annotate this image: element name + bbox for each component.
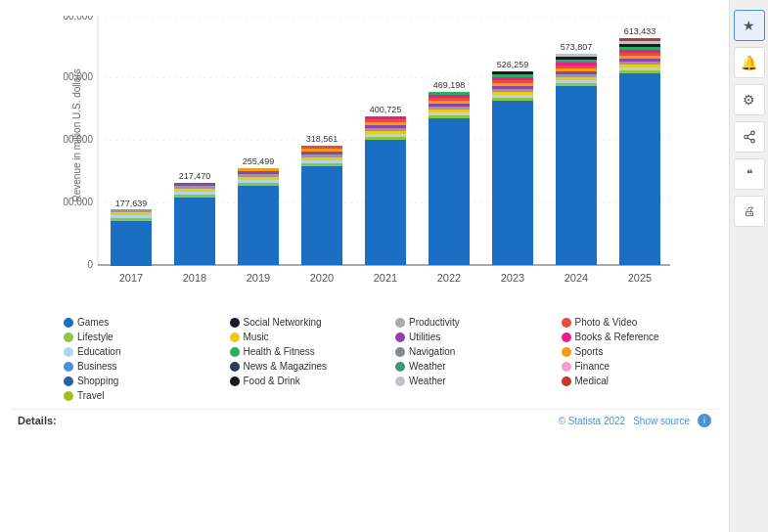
settings-button[interactable]: ⚙ (734, 84, 765, 115)
travel-dot (64, 391, 73, 401)
legend-food: Food & Drink (230, 376, 388, 386)
utilities-dot (395, 347, 405, 357)
svg-rect-14 (111, 209, 152, 212)
info-icon[interactable]: i (698, 414, 711, 427)
finance-dot (562, 362, 571, 372)
main-container: Revenue in million U.S. dollars 0 200,00… (0, 0, 768, 532)
svg-text:255,499: 255,499 (243, 156, 275, 166)
legend-business: Business (64, 361, 222, 372)
legend-education: Education (64, 346, 222, 357)
svg-rect-84 (556, 74, 597, 77)
svg-rect-90 (556, 57, 597, 60)
svg-rect-30 (238, 171, 279, 174)
svg-rect-97 (619, 65, 660, 67)
sports-dot (562, 347, 571, 357)
quote-button[interactable]: ❝ (734, 158, 765, 190)
svg-text:2025: 2025 (628, 272, 652, 284)
svg-rect-31 (238, 168, 279, 171)
svg-text:613,433: 613,433 (624, 26, 656, 36)
legend-travel-label: Travel (77, 390, 104, 401)
svg-rect-25 (238, 186, 279, 265)
legend-travel: Travel (64, 390, 222, 401)
svg-rect-74 (492, 80, 533, 83)
sidebar: ★ 🔔 ⚙ ❝ 🖨 (729, 0, 768, 532)
bar-chart: 0 200,000 400,000 600,000 800,000 (64, 16, 670, 309)
legend-navigation-label: Weather (409, 361, 446, 372)
svg-rect-26 (238, 183, 279, 186)
legend-business-label: Business (77, 361, 117, 372)
svg-rect-102 (619, 50, 660, 53)
health-dot (230, 347, 240, 357)
show-source-link[interactable]: Show source (633, 416, 690, 426)
legend-photo-label: Photo & Video (575, 317, 638, 328)
svg-rect-41 (301, 146, 342, 149)
legend-social: Social Networking (230, 317, 388, 328)
svg-rect-29 (238, 174, 279, 177)
svg-text:469,198: 469,198 (433, 80, 466, 90)
svg-rect-35 (301, 163, 342, 166)
svg-rect-76 (492, 74, 533, 77)
legend-education-label: Education (77, 346, 120, 357)
svg-rect-67 (492, 101, 533, 265)
notification-button[interactable]: 🔔 (734, 47, 765, 78)
svg-rect-56 (429, 115, 470, 118)
svg-rect-44 (365, 140, 406, 265)
svg-rect-87 (556, 66, 597, 68)
svg-rect-55 (429, 118, 470, 265)
svg-rect-71 (492, 89, 533, 92)
photo-dot (562, 318, 571, 328)
legend-health: Health & Fitness (230, 346, 388, 357)
svg-rect-104 (619, 44, 660, 47)
svg-point-109 (750, 131, 754, 135)
legend-health-label: Health & Fitness (244, 346, 315, 357)
svg-rect-60 (429, 104, 470, 107)
legend-sports: Sports (562, 346, 720, 357)
legend-finance-label: Finance (575, 361, 610, 372)
svg-rect-96 (619, 67, 660, 70)
details-label: Details: (18, 415, 57, 426)
svg-rect-89 (556, 60, 597, 63)
svg-rect-94 (619, 73, 660, 265)
svg-text:2017: 2017 (119, 272, 143, 284)
svg-rect-51 (365, 119, 406, 122)
legend-shopping-label: Shopping (77, 376, 118, 386)
svg-text:318,561: 318,561 (306, 134, 339, 144)
svg-rect-69 (492, 95, 533, 98)
svg-rect-95 (619, 70, 660, 73)
svg-text:2018: 2018 (183, 272, 206, 284)
chart-legend: Games Social Networking Productivity Pho… (64, 317, 719, 401)
legend-lifestyle: Lifestyle (64, 332, 222, 342)
svg-rect-59 (429, 107, 470, 110)
print-button[interactable]: 🖨 (734, 196, 765, 227)
svg-text:800,000: 800,000 (64, 16, 93, 22)
svg-rect-83 (556, 77, 597, 80)
productivity-dot (395, 332, 405, 342)
games-dot (64, 318, 73, 328)
svg-text:2024: 2024 (565, 272, 588, 284)
music-dot (230, 332, 240, 342)
svg-rect-106 (619, 38, 660, 41)
education-dot (64, 347, 73, 357)
statista-credit: © Statista 2022 (559, 416, 626, 426)
entertainment-dot (395, 318, 405, 328)
svg-rect-99 (619, 59, 660, 62)
svg-rect-21 (174, 186, 215, 189)
svg-point-110 (744, 135, 747, 139)
svg-rect-18 (174, 195, 215, 198)
svg-rect-34 (301, 166, 342, 265)
legend-weather-static: Weather (409, 376, 446, 386)
svg-rect-46 (365, 134, 406, 137)
svg-text:0: 0 (87, 259, 93, 270)
svg-text:400,725: 400,725 (370, 105, 402, 114)
svg-rect-73 (492, 83, 533, 86)
legend-games: Games (64, 317, 222, 328)
bookmark-button[interactable]: ★ (734, 10, 765, 41)
svg-rect-52 (365, 116, 406, 119)
navigation-dot (395, 362, 405, 372)
svg-rect-12 (111, 215, 152, 218)
svg-rect-39 (301, 152, 342, 155)
svg-rect-82 (556, 80, 597, 83)
svg-rect-75 (492, 77, 533, 80)
share-button[interactable] (734, 121, 765, 153)
legend-navigation: Weather (395, 361, 554, 372)
